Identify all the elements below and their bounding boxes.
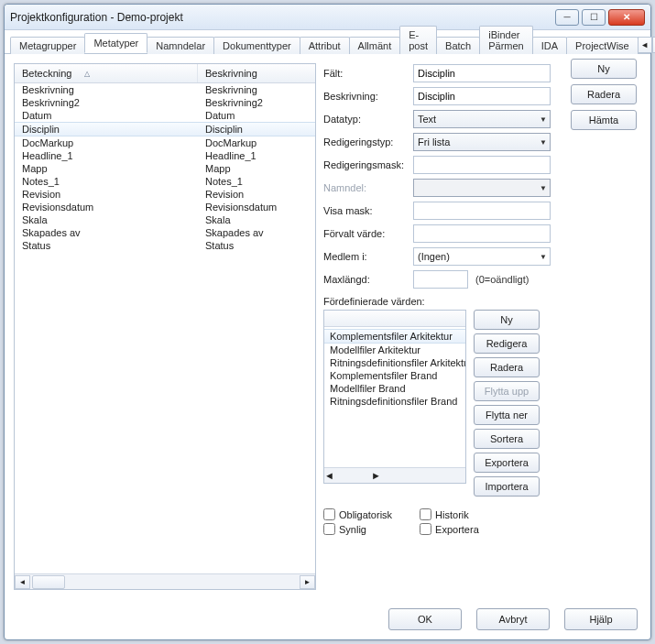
scroll-left-icon[interactable]: ◄	[324, 470, 334, 481]
visamask-input[interactable]	[413, 202, 551, 220]
table-row[interactable]: StatusStatus	[15, 239, 315, 252]
list-item[interactable]: Komplementsfiler Brand	[324, 369, 465, 382]
col-header-beteckning[interactable]: Beteckning△	[15, 64, 198, 82]
tab-metagrupper[interactable]: Metagrupper	[10, 37, 85, 54]
table-row[interactable]: Beskrivning2Beskrivning2	[15, 96, 315, 109]
visamask-label: Visa mask:	[323, 205, 413, 216]
tab-scroll-left[interactable]: ◄	[638, 37, 652, 53]
side-ny-button[interactable]: Ny	[571, 59, 637, 79]
predef-importera-button[interactable]: Importera	[474, 476, 540, 497]
predef-radera-button[interactable]: Radera	[474, 357, 540, 377]
predef-list[interactable]: Komplementsfiler ArkitekturModellfiler A…	[323, 310, 466, 484]
predef-redigera-button[interactable]: Redigera	[474, 333, 540, 354]
scroll-right-icon[interactable]: ►	[300, 575, 315, 589]
tab-projectwise[interactable]: ProjectWise	[566, 37, 639, 54]
tab-dokumenttyper[interactable]: Dokumenttyper	[213, 37, 300, 54]
forvalt-input[interactable]	[413, 224, 551, 243]
redigeringsmask-label: Redigeringsmask:	[323, 159, 413, 170]
dialog-footer: OK Avbryt Hjälp	[5, 599, 650, 639]
detail-form: Fält: Beskrivning: Datatyp:Text▼ Rediger…	[323, 63, 641, 590]
obligatorisk-checkbox[interactable]: Obligatorisk	[323, 508, 392, 520]
tab-namndelar[interactable]: Namndelar	[147, 37, 214, 54]
predef-ny-button[interactable]: Ny	[474, 310, 540, 330]
minimize-button[interactable]: ─	[555, 9, 579, 26]
falt-label: Fält:	[323, 68, 413, 79]
scroll-thumb[interactable]	[32, 575, 65, 589]
predef-flyttaupp-button: Flytta upp	[474, 381, 540, 401]
hjalp-button[interactable]: Hjälp	[564, 608, 638, 630]
namndel-select: ▼	[413, 179, 551, 197]
datatyp-label: Datatyp:	[323, 114, 413, 125]
table-row[interactable]: RevisionRevision	[15, 188, 315, 201]
tab-attribut[interactable]: Attribut	[300, 37, 350, 54]
list-item[interactable]: Ritningsdefinitionsfiler Brand	[324, 395, 465, 408]
maxlangd-label: Maxlängd:	[323, 274, 413, 285]
table-row[interactable]: BeskrivningBeskrivning	[15, 83, 315, 96]
chevron-down-icon: ▼	[540, 138, 547, 147]
side-hamta-button[interactable]: Hämta	[571, 110, 637, 130]
redigeringstyp-label: Redigeringstyp:	[323, 136, 413, 147]
tab-bar: Metagrupper Metatyper Namndelar Dokument…	[5, 30, 650, 54]
scroll-right-icon[interactable]: ►	[371, 470, 381, 481]
medlem-select[interactable]: (Ingen)▼	[413, 247, 551, 266]
avbryt-button[interactable]: Avbryt	[476, 608, 550, 630]
predef-list-header[interactable]	[324, 311, 465, 327]
tab-ida[interactable]: IDA	[532, 37, 567, 54]
table-row[interactable]: Notes_1Notes_1	[15, 175, 315, 188]
col-header-beskrivning[interactable]: Beskrivning	[198, 64, 265, 82]
list-item[interactable]: Ritningsdefinitionsfiler Arkitektu	[324, 356, 465, 369]
close-button[interactable]: ✕	[608, 9, 645, 26]
table-row[interactable]: RevisionsdatumRevisionsdatum	[15, 201, 315, 213]
datatyp-select[interactable]: Text▼	[413, 110, 551, 128]
chevron-down-icon: ▼	[540, 115, 547, 124]
list-body[interactable]: BeskrivningBeskrivningBeskrivning2Beskri…	[15, 83, 315, 573]
redigeringstyp-select[interactable]: Fri lista▼	[413, 133, 551, 151]
list-item[interactable]: Komplementsfiler Arkitektur	[324, 329, 465, 344]
exportera-checkbox[interactable]: Exportera	[420, 523, 479, 535]
tab-allmant[interactable]: Allmänt	[349, 37, 401, 54]
tab-metatyper[interactable]: Metatyper	[84, 33, 147, 53]
table-row[interactable]: SkalaSkala	[15, 213, 315, 226]
chevron-down-icon: ▼	[540, 253, 547, 261]
chevron-down-icon: ▼	[540, 184, 547, 192]
table-row[interactable]: Headline_1Headline_1	[15, 149, 315, 162]
falt-input[interactable]	[413, 64, 551, 82]
window-title: Projektkonfiguration - Demo-projekt	[10, 11, 555, 24]
predef-flyttaner-button[interactable]: Flytta ner	[474, 405, 540, 425]
side-radera-button[interactable]: Radera	[571, 84, 637, 104]
scroll-left-icon[interactable]: ◄	[15, 575, 30, 589]
table-row[interactable]: DisciplinDisciplin	[15, 122, 315, 136]
beskrivning-label: Beskrivning:	[323, 91, 413, 102]
predef-scrollbar[interactable]: ◄ ►	[324, 467, 465, 483]
list-item[interactable]: Modellfiler Arkitektur	[324, 344, 465, 356]
horizontal-scrollbar[interactable]: ◄ ►	[15, 573, 315, 589]
ok-button[interactable]: OK	[388, 608, 462, 630]
maxlangd-input[interactable]	[413, 270, 468, 289]
namndel-label: Namndel:	[323, 182, 413, 193]
window: Projektkonfiguration - Demo-projekt ─ ☐ …	[4, 4, 651, 640]
tab-epost[interactable]: E-post	[399, 26, 437, 54]
tab-batch[interactable]: Batch	[436, 37, 480, 54]
forvalt-label: Förvalt värde:	[323, 228, 413, 239]
maxlangd-note: (0=oändligt)	[475, 274, 529, 285]
redigeringsmask-input[interactable]	[413, 156, 551, 174]
titlebar: Projektkonfiguration - Demo-projekt ─ ☐ …	[5, 5, 650, 30]
list-item[interactable]: Modellfiler Brand	[324, 382, 465, 395]
sort-asc-icon: △	[84, 70, 90, 78]
medlem-label: Medlem i:	[323, 251, 413, 262]
table-row[interactable]: MappMapp	[15, 162, 315, 175]
predef-sortera-button[interactable]: Sortera	[474, 429, 540, 449]
predef-exportera-button[interactable]: Exportera	[474, 453, 540, 473]
historik-checkbox[interactable]: Historik	[420, 508, 479, 520]
table-row[interactable]: Skapades avSkapades av	[15, 226, 315, 239]
maximize-button[interactable]: ☐	[582, 9, 606, 26]
predef-label: Fördefinierade värden:	[323, 296, 641, 307]
table-row[interactable]: DocMarkupDocMarkup	[15, 136, 315, 149]
beskrivning-input[interactable]	[413, 87, 551, 105]
table-row[interactable]: DatumDatum	[15, 109, 315, 122]
synlig-checkbox[interactable]: Synlig	[323, 523, 392, 535]
tab-ibinder[interactable]: iBinder Pärmen	[479, 26, 533, 54]
metatype-list: Beteckning△ Beskrivning BeskrivningBeskr…	[14, 63, 316, 590]
